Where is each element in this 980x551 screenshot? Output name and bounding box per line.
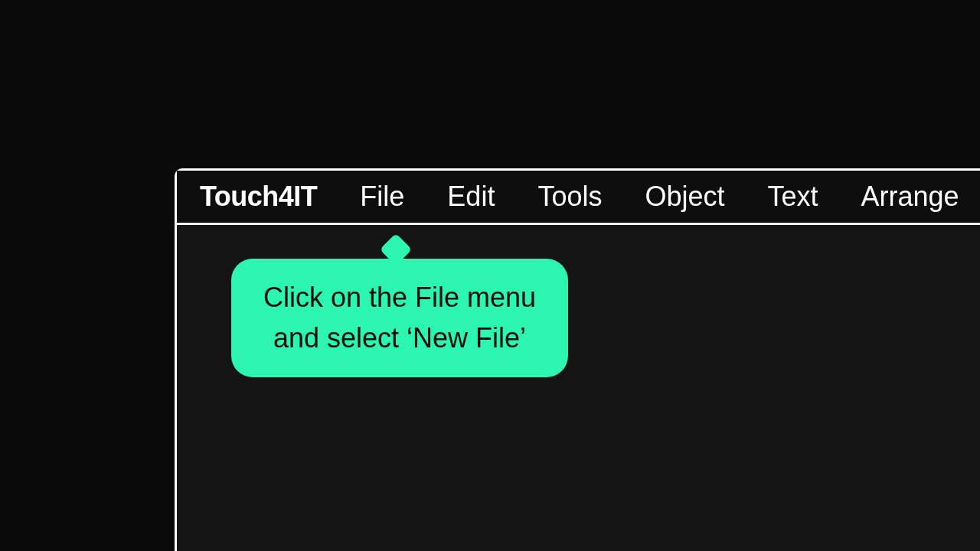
tooltip-text: Click on the File menu and select ‘New F… (263, 282, 536, 354)
menu-bar: Touch4IT File Edit Tools Object Text Arr… (177, 171, 980, 225)
menu-item-edit[interactable]: Edit (447, 181, 495, 213)
menu-item-text[interactable]: Text (767, 181, 818, 213)
menu-item-file[interactable]: File (360, 181, 404, 213)
tutorial-tooltip: Click on the File menu and select ‘New F… (231, 259, 568, 377)
menu-item-arrange[interactable]: Arrange (861, 181, 959, 213)
menu-item-tools[interactable]: Tools (537, 181, 602, 213)
brand-label: Touch4IT (200, 181, 317, 213)
menu-item-object[interactable]: Object (645, 181, 724, 213)
